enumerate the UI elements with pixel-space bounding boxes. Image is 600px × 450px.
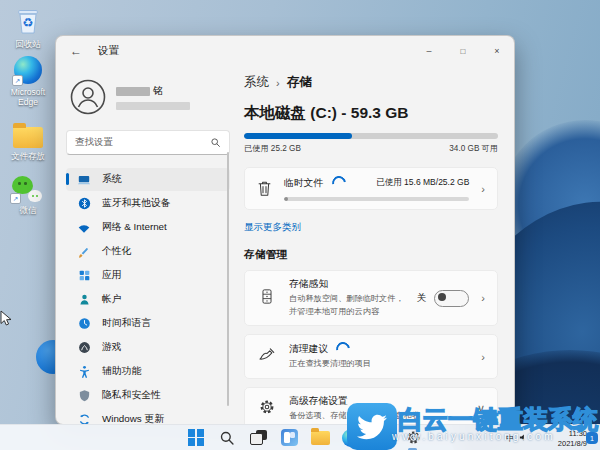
storage-sense-row[interactable]: 存储感知 自动释放空间、删除临时文件， 并管理本地可用的云内容 关 › — [244, 270, 498, 326]
desktop-icon-label: 回收站 — [15, 39, 41, 49]
back-button[interactable]: ← — [70, 44, 82, 58]
chevron-right-icon: › — [481, 292, 485, 304]
redacted-name — [116, 87, 150, 96]
wechat-icon: ↗ — [12, 176, 44, 202]
mouse-cursor — [0, 310, 13, 326]
storage-sense-title: 存储感知 — [289, 278, 405, 291]
temp-files-row[interactable]: 临时文件 已使用 15.6 MB/25.2 GB › — [244, 167, 498, 210]
breadcrumb-separator: › — [276, 77, 280, 89]
person-icon — [77, 293, 91, 307]
sidebar-item-label: 蓝牙和其他设备 — [102, 197, 171, 210]
sidebar-item-label: 时间和语言 — [102, 317, 151, 330]
cleanup-title: 清理建议 — [289, 343, 328, 356]
sidebar-item-apps[interactable]: 应用 — [66, 264, 230, 287]
minimize-button[interactable]: – — [412, 36, 446, 66]
chevron-right-icon: › — [481, 183, 485, 195]
temp-files-title: 临时文件 — [284, 177, 323, 190]
shield-icon — [77, 389, 91, 403]
start-button[interactable] — [186, 428, 206, 448]
recycle-bin-icon: ♻ — [13, 6, 43, 36]
recycle-glyph: ♻ — [22, 16, 33, 30]
sidebar-item-windows-update[interactable]: Windows 更新 — [66, 408, 230, 425]
shortcut-arrow-icon: ↗ — [12, 75, 23, 86]
user-name: 铭 — [116, 84, 190, 98]
task-view-button[interactable] — [248, 428, 268, 448]
disk-used-label: 已使用 25.2 GB — [244, 143, 301, 154]
sidebar-item-privacy[interactable]: 隐私和安全性 — [66, 384, 230, 407]
disk-bar-used — [244, 133, 352, 139]
sidebar-item-accounts[interactable]: 帐户 — [66, 288, 230, 311]
sidebar-item-bluetooth[interactable]: 蓝牙和其他设备 — [66, 192, 230, 215]
storage-sense-icon — [257, 288, 277, 309]
sidebar-item-personalization[interactable]: 个性化 — [66, 240, 230, 263]
sidebar-item-time-language[interactable]: 时间和语言 — [66, 312, 230, 335]
desktop-icon-label: 微信 — [20, 205, 37, 215]
sidebar-item-label: 系统 — [102, 173, 122, 186]
breadcrumb-parent[interactable]: 系统 — [244, 74, 269, 91]
search-input[interactable]: 查找设置 — [66, 130, 230, 155]
sidebar-item-label: 个性化 — [102, 245, 131, 258]
widgets-icon — [281, 429, 298, 446]
section-title: 存储管理 — [244, 248, 498, 262]
titlebar[interactable]: ← 设置 – □ × — [56, 36, 514, 66]
tray-date: 2021/8/9 — [558, 439, 587, 448]
desktop-icon-label: Microsoft Edge — [4, 87, 52, 107]
watermark-url: www.baiyunxitong.com — [392, 431, 556, 442]
sidebar-item-label: 游戏 — [102, 341, 122, 354]
sidebar-item-gaming[interactable]: 游戏 — [66, 336, 230, 359]
trash-icon — [257, 180, 272, 197]
desktop-icon-recycle-bin[interactable]: ♻ 回收站 — [4, 6, 52, 49]
desktop: ♻ 回收站 ↗ Microsoft Edge 文件存放 ↗ 微信 ← 设置 – — [0, 0, 600, 450]
storage-sense-desc: 自动释放空间、删除临时文件， 并管理本地可用的云内容 — [289, 293, 405, 318]
sidebar-item-system[interactable]: 系统 — [66, 168, 230, 191]
sidebar-item-network[interactable]: 网络 & Internet — [66, 216, 230, 239]
brush-icon — [77, 245, 91, 259]
desktop-icon-label: 文件存放 — [11, 151, 45, 161]
sidebar-item-label: 帐户 — [102, 293, 122, 306]
bluetooth-icon — [77, 197, 91, 211]
task-view-icon — [250, 430, 267, 445]
window-title: 设置 — [98, 44, 119, 58]
watermark-logo — [347, 403, 397, 450]
accessibility-icon — [77, 365, 91, 379]
sidebar-scrollbar[interactable] — [227, 152, 229, 406]
search-placeholder: 查找设置 — [75, 136, 210, 149]
loading-spinner-icon — [333, 340, 352, 359]
widgets-button[interactable] — [279, 428, 299, 448]
xbox-icon — [77, 341, 91, 355]
storage-sense-toggle[interactable] — [434, 290, 469, 307]
disk-usage-bar — [244, 133, 498, 139]
file-explorer-button[interactable] — [310, 428, 330, 448]
search-icon — [219, 430, 235, 446]
desktop-icon-folder[interactable]: 文件存放 — [4, 122, 52, 161]
settings-window: ← 设置 – □ × — [55, 35, 515, 425]
breadcrumb-current: 存储 — [287, 74, 312, 91]
maximize-button[interactable]: □ — [446, 36, 480, 66]
clock-icon — [77, 317, 91, 331]
sidebar-item-label: 辅助功能 — [102, 365, 141, 378]
disk-title: 本地磁盘 (C:) - 59.3 GB — [244, 103, 498, 124]
shortcut-arrow-icon: ↗ — [10, 193, 21, 204]
avatar — [70, 79, 106, 115]
system-icon — [77, 173, 91, 187]
show-more-categories-link[interactable]: 显示更多类别 — [244, 221, 301, 234]
close-button[interactable]: × — [480, 36, 514, 66]
search-icon — [210, 137, 221, 148]
apps-icon — [77, 269, 91, 283]
cleanup-recommendations-row[interactable]: 清理建议 正在查找要清理的项目 › — [244, 334, 498, 379]
breadcrumb: 系统 › 存储 — [244, 74, 498, 91]
desktop-icon-wechat[interactable]: ↗ 微信 — [4, 176, 52, 215]
folder-icon — [13, 127, 43, 148]
sidebar-nav: 系统 蓝牙和其他设备 网络 & Internet — [66, 168, 230, 425]
temp-files-bar — [284, 197, 469, 201]
cleanup-desc: 正在查找要清理的项目 — [289, 358, 469, 371]
folder-icon — [311, 431, 330, 445]
broom-icon — [257, 347, 277, 367]
windows-logo-icon — [188, 429, 205, 446]
desktop-icon-edge[interactable]: ↗ Microsoft Edge — [4, 56, 52, 107]
user-profile[interactable]: 铭 — [66, 68, 230, 120]
sidebar-item-accessibility[interactable]: 辅助功能 — [66, 360, 230, 383]
wifi-icon — [77, 221, 91, 235]
taskbar-search-button[interactable] — [217, 428, 237, 448]
disk-available-label: 34.0 GB 可用 — [449, 143, 498, 154]
